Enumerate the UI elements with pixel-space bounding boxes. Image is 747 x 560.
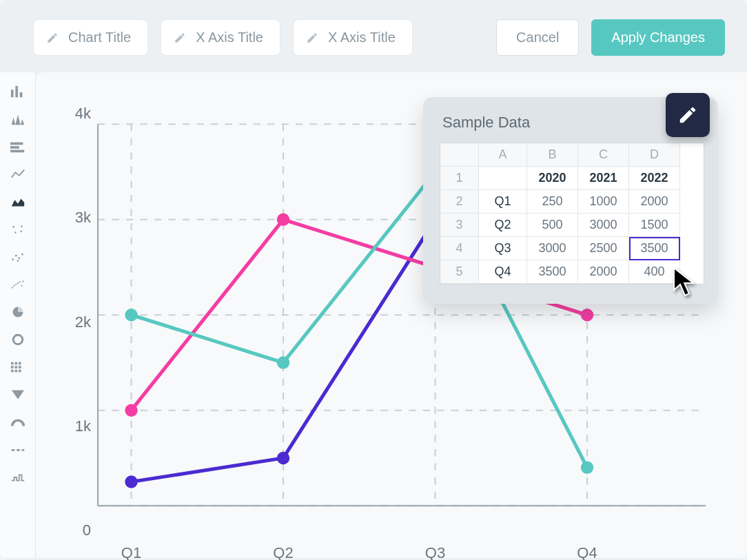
grid-cell[interactable] — [440, 143, 479, 167]
grid-cell[interactable]: 1000 — [578, 190, 629, 214]
y-tick: 2k — [61, 313, 91, 331]
y-tick: 4k — [61, 105, 91, 123]
bar-chart-icon[interactable] — [10, 85, 26, 98]
popup-title: Sample Data — [442, 114, 704, 132]
data-grid[interactable]: ABCD12020202120222Q1250100020003Q2500300… — [440, 143, 704, 284]
svg-rect-30 — [14, 366, 17, 369]
grid-cell[interactable]: 2022 — [629, 167, 680, 190]
x-axis-title-label-2: X Axis Title — [328, 30, 396, 45]
grid-cell[interactable]: B — [527, 143, 578, 167]
svg-point-21 — [17, 282, 18, 284]
grid-cell[interactable]: 3000 — [578, 214, 629, 237]
svg-point-59 — [277, 356, 289, 369]
svg-point-18 — [11, 287, 12, 288]
svg-rect-33 — [14, 370, 17, 373]
grid-cell[interactable]: 2020 — [527, 167, 578, 190]
grid-cell[interactable]: Q1 — [479, 190, 527, 214]
svg-rect-29 — [10, 366, 13, 369]
x-tick: Q2 — [273, 544, 293, 560]
svg-rect-26 — [10, 362, 13, 365]
svg-rect-28 — [18, 362, 21, 365]
steps-icon[interactable] — [10, 470, 26, 484]
svg-point-61 — [581, 462, 593, 474]
svg-rect-31 — [18, 366, 21, 369]
y-tick: 3k — [61, 209, 91, 227]
chart-title-label: Chart Title — [68, 30, 131, 45]
scatter-small-icon[interactable] — [10, 222, 26, 236]
grid-cell[interactable]: Q2 — [479, 214, 527, 237]
svg-rect-38 — [21, 449, 24, 451]
chart-title-field[interactable]: Chart Title — [33, 19, 148, 56]
svg-point-13 — [12, 258, 14, 260]
scatter-icon[interactable] — [10, 250, 26, 264]
x-axis-title-field-2[interactable]: X Axis Title — [293, 19, 413, 56]
grid-cell[interactable]: 3000 — [527, 237, 578, 260]
pencil-icon — [174, 32, 186, 44]
svg-point-9 — [12, 226, 14, 228]
svg-point-51 — [277, 452, 289, 464]
svg-point-11 — [14, 231, 17, 234]
svg-marker-35 — [11, 391, 23, 400]
cancel-button[interactable]: Cancel — [496, 19, 579, 56]
svg-marker-5 — [20, 119, 23, 125]
scatter-dense-icon[interactable] — [10, 278, 26, 291]
x-tick: Q4 — [577, 544, 597, 560]
cursor-icon — [673, 267, 700, 297]
grid-cell[interactable]: 2000 — [629, 190, 680, 214]
svg-rect-37 — [17, 449, 20, 451]
grid-cell[interactable]: Q3 — [479, 237, 527, 260]
grid-cell[interactable]: 250 — [527, 190, 578, 214]
grid-cell[interactable]: 3 — [440, 214, 479, 237]
dash-icon[interactable] — [10, 443, 26, 457]
toolbar: Chart Title X Axis Title X Axis Title Ca… — [0, 0, 747, 72]
grid-cell[interactable]: 3500 — [527, 260, 578, 284]
pie-icon[interactable] — [10, 305, 26, 319]
svg-point-17 — [17, 260, 19, 262]
grid-cell[interactable]: 1 — [440, 167, 479, 190]
grid-cell[interactable]: 3500 — [629, 237, 680, 260]
matrix-icon[interactable] — [10, 360, 26, 374]
grid-cell[interactable]: 4 — [440, 237, 479, 260]
gauge-icon[interactable] — [10, 415, 26, 429]
apply-button[interactable]: Apply Changes — [591, 19, 725, 56]
svg-point-15 — [18, 257, 20, 259]
svg-rect-32 — [10, 370, 13, 373]
grid-cell[interactable]: 1500 — [629, 214, 680, 237]
grid-cell[interactable]: 5 — [440, 260, 479, 284]
x-tick: Q1 — [121, 544, 141, 560]
svg-point-24 — [22, 280, 23, 282]
area-chart-icon[interactable] — [10, 195, 26, 209]
svg-marker-4 — [15, 115, 20, 125]
grid-cell[interactable]: 500 — [527, 214, 578, 237]
grid-cell[interactable]: 2000 — [578, 260, 629, 284]
grid-cell[interactable]: 2500 — [578, 237, 629, 260]
sample-data-popup[interactable]: Sample Data ABCD12020202120222Q125010002… — [423, 97, 718, 304]
line-chart-icon[interactable] — [10, 167, 26, 181]
grid-cell[interactable]: 2 — [440, 190, 479, 214]
grid-cell[interactable]: C — [578, 143, 629, 167]
grid-cell[interactable]: A — [479, 143, 527, 167]
y-tick: 0 — [61, 521, 91, 539]
histogram-icon[interactable] — [10, 112, 26, 126]
svg-rect-7 — [10, 146, 19, 149]
x-axis-title-label-1: X Axis Title — [196, 30, 263, 45]
grid-cell[interactable]: D — [629, 143, 680, 167]
x-axis-title-field-1[interactable]: X Axis Title — [161, 19, 280, 56]
stacked-bar-icon[interactable] — [10, 140, 26, 154]
grid-cell[interactable]: Q4 — [479, 260, 527, 284]
grid-cell[interactable]: 2021 — [578, 167, 629, 190]
y-tick: 1k — [61, 417, 91, 435]
x-tick: Q3 — [425, 544, 445, 560]
edit-data-button[interactable] — [666, 93, 710, 137]
svg-point-25 — [13, 335, 23, 344]
svg-point-50 — [125, 475, 137, 488]
grid-cell[interactable] — [479, 167, 527, 190]
svg-point-23 — [21, 285, 22, 287]
chart-canvas: 01k2k3k4kQ1Q2Q3Q4 Sample Data ABCD120202… — [36, 72, 747, 558]
svg-rect-36 — [11, 449, 14, 451]
svg-point-12 — [20, 230, 22, 232]
svg-rect-8 — [10, 150, 24, 153]
funnel-icon[interactable] — [10, 388, 26, 402]
pencil-icon — [46, 32, 59, 44]
donut-icon[interactable] — [10, 333, 26, 346]
